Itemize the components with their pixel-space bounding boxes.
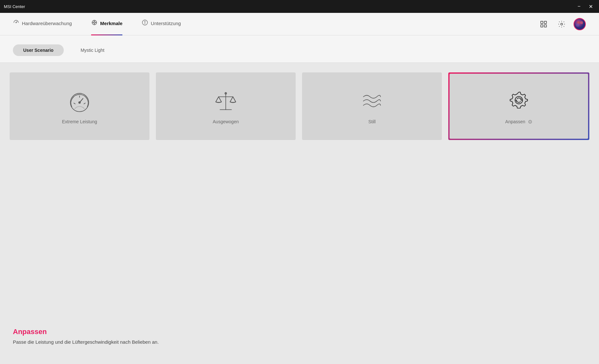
content-area: User Scenario Mystic Light [0, 35, 599, 364]
nav-tab-hardware-label: Hardwareüberwachung [22, 21, 72, 26]
description-title: Anpassen [13, 328, 586, 336]
waves-icon [359, 88, 385, 114]
svg-line-22 [233, 97, 236, 102]
svg-point-10 [574, 19, 585, 30]
app-title: MSI Center [4, 4, 25, 9]
card-balanced-label: Ausgewogen [213, 119, 239, 124]
svg-line-21 [230, 97, 233, 102]
svg-point-12 [576, 23, 579, 27]
close-button[interactable]: ✕ [586, 2, 595, 11]
card-custom-label: Anpassen ⚙ [505, 119, 532, 125]
grid-icon [540, 20, 547, 28]
nav-tab-features[interactable]: Merkmale [91, 13, 122, 35]
hardware-icon [13, 19, 19, 27]
nav-tab-features-label: Merkmale [100, 21, 122, 26]
avatar [574, 18, 586, 30]
sub-tabs: User Scenario Mystic Light [0, 35, 599, 63]
minimize-button[interactable]: − [575, 2, 584, 11]
settings-gear-icon [558, 20, 566, 28]
sub-tab-mystic-light[interactable]: Mystic Light [70, 44, 115, 56]
svg-point-4 [145, 21, 146, 22]
svg-rect-7 [541, 25, 543, 27]
title-bar: MSI Center − ✕ [0, 0, 599, 13]
card-silent-label: Still [368, 119, 376, 124]
cards-container: Extreme Leistung [0, 63, 599, 146]
nav-tab-hardware[interactable]: Hardwareüberwachung [13, 13, 72, 35]
nav-bar: Hardwareüberwachung Merkmale Unterstüt [0, 13, 599, 35]
svg-point-0 [16, 22, 16, 23]
nav-tab-support[interactable]: Unterstützung [142, 13, 181, 35]
svg-line-19 [216, 97, 219, 102]
svg-rect-8 [544, 25, 547, 27]
svg-rect-5 [541, 21, 543, 23]
avatar-button[interactable] [573, 18, 586, 31]
card-settings-gear-icon: ⚙ [528, 119, 532, 125]
support-icon [142, 19, 148, 27]
card-custom[interactable]: Anpassen ⚙ [448, 72, 589, 140]
svg-rect-6 [544, 21, 547, 23]
card-extreme[interactable]: Extreme Leistung [10, 72, 149, 140]
sub-tab-user-scenario[interactable]: User Scenario [13, 44, 64, 56]
card-extreme-label: Extreme Leistung [62, 119, 97, 124]
title-bar-controls: − ✕ [575, 2, 595, 11]
gear-refresh-icon [506, 88, 532, 114]
card-silent[interactable]: Still [302, 72, 442, 140]
settings-button[interactable] [555, 18, 568, 31]
scales-icon [213, 88, 239, 114]
svg-point-11 [580, 21, 583, 24]
nav-actions [537, 18, 586, 31]
nav-tabs: Hardwareüberwachung Merkmale Unterstüt [13, 13, 537, 35]
speedometer-icon [67, 88, 92, 114]
description-text: Passe die Leistung und die Lüftergeschwi… [13, 339, 586, 345]
nav-tab-support-label: Unterstützung [151, 21, 181, 26]
grid-view-button[interactable] [537, 18, 550, 31]
svg-point-14 [79, 102, 80, 103]
features-icon [91, 19, 98, 27]
svg-line-20 [219, 97, 222, 102]
description-area: Anpassen Passe die Leistung und die Lüft… [0, 146, 599, 364]
card-balanced[interactable]: Ausgewogen [156, 72, 296, 140]
svg-point-9 [561, 23, 563, 25]
